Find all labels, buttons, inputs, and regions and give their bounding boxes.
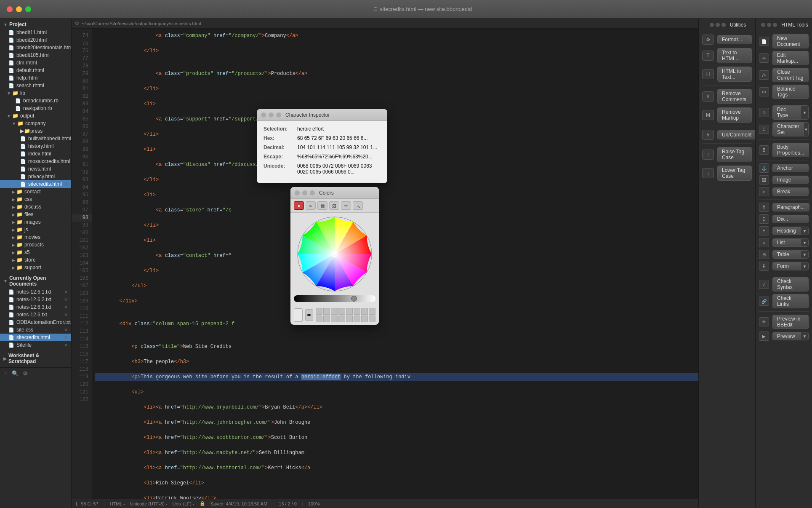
remove-markup-icon[interactable]: M [702, 110, 714, 120]
close-current-tag-button[interactable]: Close Current Tag [772, 68, 809, 82]
doc-type-icon[interactable]: D [759, 108, 769, 117]
sidebar-item[interactable]: 📄index.html [0, 150, 71, 158]
sidebar-item-sitecredits[interactable]: 📄sitecredits.html ✕ [0, 180, 71, 188]
anchor-icon[interactable]: ⚓ [759, 163, 769, 173]
paragraph-icon[interactable]: ¶ [759, 203, 769, 212]
maximize-button[interactable] [25, 6, 31, 12]
break-button[interactable]: Break [772, 187, 809, 196]
sidebar-item-sitecss[interactable]: 📄site.css ✕ [0, 326, 71, 334]
sidebar-item-sitecredits2[interactable]: 📄sitecredits.html ✕ [0, 334, 71, 341]
close-icon[interactable]: ✕ [64, 312, 68, 318]
color-cell[interactable] [316, 308, 322, 315]
close-button[interactable] [7, 6, 13, 12]
sidebar-folder-lib[interactable]: ▼ 📁lib [0, 89, 71, 97]
preview-bbedit-button[interactable]: Preview in BBEdit [772, 315, 809, 329]
sidebar-item[interactable]: 📄search.rhtml [0, 82, 71, 89]
anchor-button[interactable]: Anchor [772, 164, 809, 172]
color-wheel[interactable] [297, 216, 373, 292]
div-button[interactable]: Div... [772, 215, 809, 223]
color-cell[interactable] [331, 315, 338, 322]
raise-tag-icon[interactable]: ↑ [702, 150, 714, 160]
line-ending[interactable]: Unix (LF) - [173, 501, 194, 506]
list-icon[interactable]: ≡ [759, 238, 769, 247]
uncomment-button[interactable]: Un/Comment [717, 130, 756, 139]
edit-markup-button[interactable]: Edit Markup... [772, 51, 809, 65]
image-icon[interactable]: 🖼 [759, 175, 769, 184]
tab-utilities[interactable]: Utilities [699, 19, 756, 31]
code-content[interactable]: <a class="company" href="/company/">Comp… [92, 29, 698, 499]
sidebar-subfolder-movies[interactable]: ▶ 📁movies [0, 233, 71, 241]
sidebar-item[interactable]: 📄news.html [0, 165, 71, 173]
text-to-html-button[interactable]: Text to HTML... [717, 48, 752, 63]
check-syntax-button[interactable]: Check Syntax [772, 277, 809, 291]
remove-comments-icon[interactable]: # [702, 91, 714, 102]
encoding[interactable]: Unicode (UTF-8) - [130, 501, 168, 506]
format-icon[interactable]: ⚙ [702, 35, 714, 45]
color-cell[interactable] [316, 315, 322, 322]
close-icon[interactable]: ✕ [64, 327, 68, 333]
table-icon[interactable]: ⊞ [759, 250, 769, 259]
sidebar-subfolder-css[interactable]: ▶ 📁css [0, 195, 71, 203]
check-links-button[interactable]: Check Links [772, 294, 809, 308]
form-icon[interactable]: F [759, 262, 769, 271]
sidebar-subfolder-contact[interactable]: ▶ 📁contact [0, 188, 71, 195]
color-cell[interactable] [323, 308, 330, 315]
close-icon[interactable]: ✕ [64, 182, 68, 187]
minimize-button[interactable] [16, 6, 22, 12]
html-to-text-icon[interactable]: H [702, 69, 714, 79]
color-cell[interactable] [369, 308, 375, 315]
table-dropdown[interactable]: Table ▼ [772, 250, 809, 259]
sidebar-item[interactable]: 📄privacy.html [0, 173, 71, 180]
sidebar-item[interactable]: 📄breadcrumbs.rb [0, 97, 71, 104]
color-cell[interactable] [331, 308, 338, 315]
preview-dropdown[interactable]: Preview ▼ [772, 332, 809, 340]
text-to-html-icon[interactable]: T [702, 51, 714, 61]
gear-icon[interactable]: ⚙ [75, 21, 79, 26]
color-cell[interactable] [346, 308, 353, 315]
color-wheel-btn[interactable]: ● [294, 201, 304, 210]
preview-icon[interactable]: ▶ [759, 332, 769, 341]
color-slider-btn[interactable]: ≡ [306, 201, 316, 210]
color-cell[interactable] [361, 308, 368, 315]
sidebar-item[interactable]: ▶ 📁press [0, 127, 71, 135]
sidebar-subfolder-images[interactable]: ▶ 📁images [0, 218, 71, 226]
body-properties-button[interactable]: Body Properties... [772, 143, 809, 157]
raise-tag-button[interactable]: Raise Tag Case [717, 147, 752, 162]
color-cell[interactable] [354, 315, 360, 322]
image-button[interactable]: Image [772, 176, 809, 184]
sidebar-subfolder-support[interactable]: ▶ 📁support [0, 264, 71, 271]
format-button[interactable]: Format... [717, 35, 752, 44]
paragraph-button[interactable]: Paragraph... [772, 203, 809, 211]
color-cell[interactable] [323, 315, 330, 322]
sidebar-item-notes3[interactable]: 📄notes-12.6.3.txt ✕ [0, 303, 71, 311]
eyedropper-button[interactable]: ✒ [305, 309, 313, 321]
sidebar-item[interactable]: 📄bbedit11.html [0, 29, 71, 36]
sidebar-home-button[interactable]: ⌂ [3, 369, 8, 377]
zoom-level[interactable]: 100% [308, 501, 320, 506]
break-icon[interactable]: ↵ [759, 187, 769, 196]
sidebar-subfolder-store[interactable]: ▶ 📁store [0, 256, 71, 264]
new-document-button[interactable]: New Document [772, 34, 809, 48]
form-dropdown[interactable]: Form ▼ [772, 262, 809, 270]
body-props-icon[interactable]: B [759, 145, 769, 155]
brightness-slider[interactable] [294, 295, 375, 302]
char-set-icon[interactable]: C [759, 125, 769, 134]
heading-icon[interactable]: H [759, 226, 769, 235]
new-doc-icon[interactable]: 📄 [759, 37, 769, 46]
color-cell[interactable] [369, 315, 375, 322]
close-icon[interactable]: ✕ [64, 335, 68, 340]
div-icon[interactable]: D [759, 214, 769, 224]
language-mode[interactable]: HTML - [110, 501, 125, 506]
sidebar-item-sitefile[interactable]: 📄Sitefile ✕ [0, 341, 71, 349]
sidebar-item[interactable]: 📄bbedit20testimonials.html [0, 44, 71, 51]
edit-markup-icon[interactable]: ✏ [759, 53, 769, 63]
doc-type-dropdown[interactable]: Doc Type ▼ [772, 105, 809, 120]
sidebar-subfolder-files[interactable]: ▶ 📁files [0, 211, 71, 218]
balance-tags-icon[interactable]: <> [759, 87, 769, 96]
worksheet-header[interactable]: ▶ Worksheet & Scratchpad [0, 351, 71, 366]
close-icon[interactable]: ✕ [64, 305, 68, 310]
sidebar-item[interactable]: 📄bbedit20.html [0, 36, 71, 44]
sidebar-subfolder-discuss[interactable]: ▶ 📁discuss [0, 203, 71, 211]
sidebar-settings-button[interactable]: ⚙ [22, 369, 29, 377]
sidebar-search-button[interactable]: 🔍 [11, 369, 19, 377]
